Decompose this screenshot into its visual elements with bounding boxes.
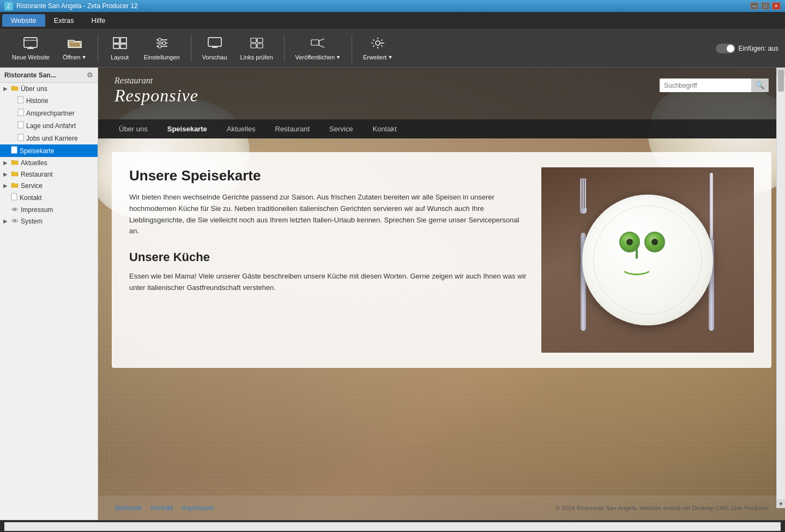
sidebar-item-uber-uns[interactable]: ▶ Über uns (0, 83, 98, 94)
status-bar (0, 520, 785, 532)
sidebar-item-speisekarte[interactable]: Speisekarte (0, 144, 98, 157)
scroll-down-button[interactable]: ▼ (777, 499, 785, 508)
card-body-1: Wir bieten Ihnen wechselnde Gerichte pas… (129, 192, 528, 237)
svg-point-13 (158, 45, 161, 48)
knife-blade (710, 173, 713, 238)
svg-line-25 (319, 45, 324, 47)
sidebar-item-jobs-karriere[interactable]: Jobs und Karriere (0, 132, 98, 144)
folder-icon (11, 84, 19, 93)
svg-line-24 (319, 39, 324, 41)
search-input-site[interactable] (660, 79, 751, 92)
page-icon (17, 96, 24, 105)
expand-icon: ▶ (3, 171, 9, 177)
footer-link-startseite[interactable]: Startseite (114, 504, 142, 512)
scrollbar-vertical[interactable]: ▲ ▼ (776, 68, 785, 508)
folder-icon (11, 159, 19, 167)
sidebar-title: Ristorante San... (4, 71, 56, 79)
nav-service[interactable]: Service (319, 119, 363, 138)
sidebar-gear-icon[interactable]: ⚙ (87, 71, 93, 79)
toolbar-vorschau[interactable]: Vorschau (197, 33, 233, 64)
toolbar-veroeffentlichen[interactable]: Veröffentlichen ▼ (290, 33, 347, 64)
toggle-knob (727, 45, 734, 52)
expand-icon: ▶ (3, 218, 9, 224)
nav-aktuelles[interactable]: Aktuelles (217, 119, 265, 138)
toolbar-layout[interactable]: Layout (104, 33, 136, 64)
logo-line1: Restaurant (114, 76, 198, 86)
sidebar-item-ansprechpartner[interactable]: Ansprechpartner (0, 107, 98, 119)
layout-label: Layout (111, 54, 129, 61)
pupil-right (651, 239, 658, 245)
search-button-site[interactable]: 🔍 (751, 78, 769, 92)
minimize-button[interactable]: — (750, 2, 759, 10)
close-button[interactable]: ✕ (772, 2, 781, 10)
sidebar-item-impressum[interactable]: Impressum (0, 204, 98, 215)
sidebar-item-label: Aktuelles (21, 159, 47, 167)
toggle-switch[interactable] (716, 44, 735, 53)
svg-rect-18 (257, 38, 263, 43)
expand-icon: ▶ (3, 160, 9, 166)
nav-restaurant[interactable]: Restaurant (265, 119, 320, 138)
eye-icon (11, 205, 19, 214)
sidebar-item-lage-anfahrt[interactable]: Lage und Anfahrt (0, 119, 98, 132)
sidebar-item-label: System (21, 217, 43, 225)
nav-uber-uns[interactable]: Über uns (109, 119, 158, 138)
card-text: Unsere Speisekarte Wir bieten Ihnen wech… (129, 167, 528, 353)
toolbar-sep-3 (284, 35, 285, 62)
svg-point-37 (14, 208, 16, 210)
sidebar-item-restaurant[interactable]: ▶ Restaurant (0, 168, 98, 180)
sidebar-item-label: Lage und Anfahrt (26, 122, 76, 130)
footer-link-kontakt[interactable]: Kontakt (151, 504, 173, 512)
toolbar-erweitert[interactable]: Erweitert ▼ (358, 33, 398, 64)
page-icon (17, 134, 24, 143)
sidebar-item-label: Über uns (21, 85, 47, 93)
toolbar-sep-2 (191, 35, 191, 62)
nav-kontakt[interactable]: Kontakt (363, 119, 406, 138)
toolbar-einstellungen[interactable]: Einstellungen (138, 33, 185, 64)
sidebar-item-label: Historie (26, 97, 49, 105)
footer-link-impressum[interactable]: Impressum (182, 504, 214, 512)
insert-toggle[interactable]: Einfügen: aus (716, 44, 778, 53)
cucumber-nose (636, 244, 638, 259)
plate (582, 195, 713, 325)
scrollbar-horizontal[interactable] (4, 522, 781, 531)
card-body-2: Essen wie bei Mama! Viele unserer Gäste … (129, 271, 528, 294)
sidebar-item-system[interactable]: ▶ System (0, 215, 98, 227)
expand-icon: ▶ (3, 86, 9, 92)
toolbar-neue-website[interactable]: Neue Website (7, 33, 55, 64)
card-heading-2: Unsere Küche (129, 250, 528, 264)
main-layout: Ristorante San... ⚙ ▶ Über uns Historie … (0, 68, 785, 520)
vorschau-icon (207, 37, 222, 52)
content-area: Restaurant Responsive 🔍 Über uns Speisek… (98, 68, 785, 520)
sidebar-item-historie[interactable]: Historie (0, 94, 98, 107)
veroeffentlichen-label: Veröffentlichen (295, 54, 335, 61)
toolbar-oeffnen[interactable]: Öffnen ▼ (57, 33, 92, 64)
plate-inner-ring (593, 205, 702, 315)
erweitert-label: Erweitert (363, 54, 387, 61)
menu-hilfe[interactable]: Hilfe (83, 14, 114, 27)
eye-icon (11, 217, 19, 225)
page-icon (17, 108, 24, 118)
menu-website[interactable]: Website (2, 14, 45, 27)
svg-rect-19 (251, 44, 256, 48)
sidebar-item-service[interactable]: ▶ Service (0, 180, 98, 191)
folder-icon (11, 182, 19, 190)
menu-extras[interactable]: Extras (45, 14, 83, 27)
toolbar-sep-1 (98, 35, 98, 62)
toolbar: Neue Website Öffnen ▼ Layout (0, 29, 785, 68)
nav-speisekarte[interactable]: Speisekarte (158, 119, 217, 138)
footer-copyright: © 2014 Ristorante San Angela. Website er… (555, 505, 769, 511)
veroeffentlichen-arrow: ▼ (336, 55, 341, 60)
site-header: Restaurant Responsive 🔍 Über uns Speisek… (98, 68, 785, 138)
scroll-thumb[interactable] (778, 70, 784, 92)
cucumber-eye-right (644, 232, 665, 252)
site-search[interactable]: 🔍 (660, 78, 769, 92)
sidebar-item-kontakt[interactable]: Kontakt (0, 191, 98, 204)
vorschau-label: Vorschau (202, 54, 227, 61)
toolbar-links-pruefen[interactable]: Links prüfen (235, 33, 279, 64)
svg-rect-14 (208, 38, 221, 46)
maximize-button[interactable]: □ (761, 2, 770, 10)
svg-rect-35 (11, 147, 17, 153)
svg-rect-0 (24, 38, 37, 47)
svg-point-27 (376, 41, 380, 45)
sidebar-item-aktuelles[interactable]: ▶ Aktuelles (0, 157, 98, 168)
